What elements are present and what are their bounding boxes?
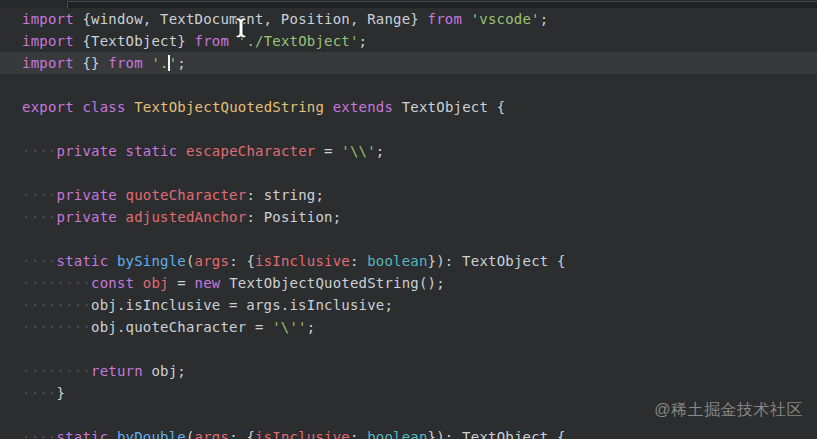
code-line[interactable]: ········obj.quoteCharacter = '\''; [0, 316, 817, 338]
code-token: args [195, 429, 230, 439]
code-token: boolean [367, 253, 427, 269]
ibeam-mouse-cursor-icon [234, 17, 248, 39]
code-token: static [126, 143, 178, 159]
code-token: ········ [22, 275, 91, 291]
code-line[interactable]: ····private adjustedAnchor: Position; [0, 206, 817, 228]
code-token [117, 187, 126, 203]
code-token: {TextObject} [74, 33, 195, 49]
code-token: '\'' [272, 319, 307, 335]
code-editor[interactable]: import {window, TextDocument, Position, … [0, 8, 817, 439]
code-token [462, 11, 471, 27]
code-token: args [195, 253, 230, 269]
code-token: ···· [22, 143, 57, 159]
code-line[interactable]: ····private quoteCharacter: string; [0, 184, 817, 206]
code-line[interactable]: ····static byDouble(args: {isInclusive: … [0, 426, 817, 439]
code-token [117, 209, 126, 225]
code-token: from [195, 33, 230, 49]
code-token: private [57, 187, 117, 203]
code-token [108, 253, 117, 269]
code-token: {} [74, 55, 109, 71]
code-token: ; [376, 143, 385, 159]
code-token: : { [229, 253, 255, 269]
code-token: ···· [22, 187, 57, 203]
code-line-current[interactable]: import {} from '.'; [0, 52, 817, 74]
code-token [134, 275, 143, 291]
code-token: : [350, 253, 367, 269]
watermark: @稀土掘金技术社区 [654, 400, 803, 421]
code-token: : Position; [246, 209, 341, 225]
code-token: ········ [22, 319, 91, 335]
code-line[interactable] [0, 228, 817, 250]
code-token: TextObject { [393, 99, 505, 115]
code-token: '. [151, 55, 168, 71]
code-token: boolean [367, 429, 427, 439]
code-token: static [57, 429, 109, 439]
code-token: ; [307, 319, 316, 335]
code-token: adjustedAnchor [126, 209, 247, 225]
code-token: }): TextObject { [428, 429, 566, 439]
code-line[interactable] [0, 338, 817, 360]
code-token: TextObjectQuotedString [134, 99, 324, 115]
code-token [177, 143, 186, 159]
code-token: ···· [22, 429, 57, 439]
code-token: class [82, 99, 125, 115]
code-token: static [57, 253, 109, 269]
code-token: ········ [22, 363, 91, 379]
code-token: ···· [22, 253, 57, 269]
code-line[interactable]: import {TextObject} from './TextObject'; [0, 30, 817, 52]
editor-window: import {window, TextDocument, Position, … [0, 0, 817, 439]
code-token: : string; [246, 187, 324, 203]
code-token: private [57, 143, 117, 159]
code-line[interactable]: ········return obj; [0, 360, 817, 382]
code-token: = [315, 143, 341, 159]
code-token: '\\' [341, 143, 376, 159]
code-line[interactable]: ····private static escapeCharacter = '\\… [0, 140, 817, 162]
code-token: ···· [22, 209, 57, 225]
code-token: from [108, 55, 143, 71]
code-token: obj [143, 275, 169, 291]
code-token: export [22, 99, 74, 115]
code-token: isInclusive [255, 429, 350, 439]
code-token [108, 429, 117, 439]
code-token: }): TextObject { [428, 253, 566, 269]
code-token: obj.quoteCharacter = [91, 319, 272, 335]
code-token: import [22, 11, 74, 27]
code-token: ( [186, 429, 195, 439]
code-line[interactable] [0, 118, 817, 140]
code-token: from [428, 11, 463, 27]
code-token: new [195, 275, 221, 291]
code-token: quoteCharacter [126, 187, 247, 203]
code-token: obj.isInclusive = args.isInclusive; [91, 297, 393, 313]
code-token [324, 99, 333, 115]
code-token: import [22, 55, 74, 71]
code-token: obj; [143, 363, 186, 379]
code-token: : { [229, 429, 255, 439]
code-token: return [91, 363, 143, 379]
code-token: byDouble [117, 429, 186, 439]
code-line[interactable]: export class TextObjectQuotedString exte… [0, 96, 817, 118]
code-line[interactable]: ····static bySingle(args: {isInclusive: … [0, 250, 817, 272]
code-token: ; [540, 11, 549, 27]
code-line[interactable] [0, 74, 817, 96]
code-line[interactable]: ········obj.isInclusive = args.isInclusi… [0, 294, 817, 316]
code-token: {window, TextDocument, Position, Range} [74, 11, 428, 27]
tab-bar-edge [0, 0, 817, 8]
code-token: bySingle [117, 253, 186, 269]
code-token: = [169, 275, 195, 291]
code-token: 'vscode' [471, 11, 540, 27]
code-token: const [91, 275, 134, 291]
code-line[interactable] [0, 162, 817, 184]
code-token: ; [177, 55, 186, 71]
code-token: ········ [22, 297, 91, 313]
code-token: } [57, 385, 66, 401]
code-token: TextObjectQuotedString(); [221, 275, 445, 291]
code-token [117, 143, 126, 159]
code-line[interactable]: ········const obj = new TextObjectQuoted… [0, 272, 817, 294]
code-token: ( [186, 253, 195, 269]
code-line[interactable]: import {window, TextDocument, Position, … [0, 8, 817, 30]
code-token: ···· [22, 385, 57, 401]
code-token: private [57, 209, 117, 225]
code-token: extends [333, 99, 393, 115]
code-token: : [350, 429, 367, 439]
code-token: './TextObject' [238, 33, 359, 49]
